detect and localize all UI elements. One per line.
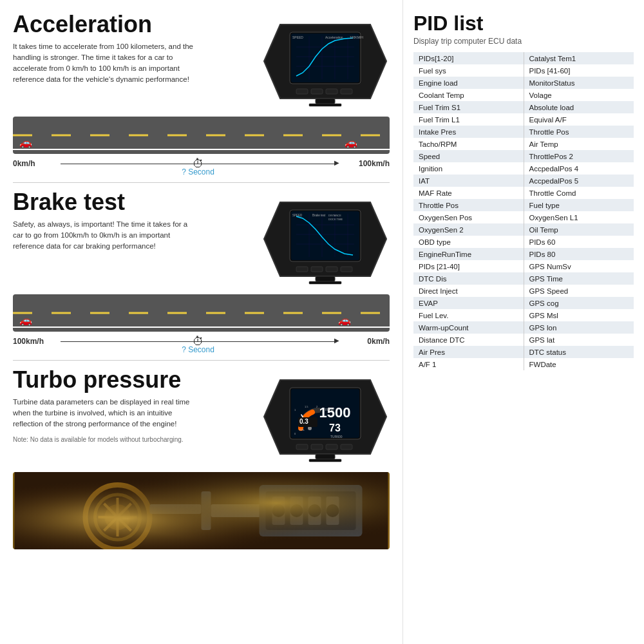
table-row: IgnitionAccpedalPos 4 — [413, 162, 634, 175]
brake-speed-end: 0km/h — [338, 337, 390, 346]
pid-cell-right: Throttle Pos — [524, 126, 634, 138]
pid-cell-right: Oil Temp — [524, 223, 634, 236]
brake-road: 🚗 🚗 — [13, 294, 390, 332]
svg-rect-36 — [341, 267, 352, 272]
table-row: SpeedThrottlePos 2 — [413, 150, 634, 162]
brake-text: Brake test Safety, as always, is importa… — [13, 189, 254, 258]
pid-cell-left: Speed — [413, 150, 524, 162]
pid-cell-left: A/F 1 — [413, 358, 524, 370]
table-row: Warm-upCountGPS lon — [413, 321, 634, 334]
pid-cell-right: Equival A/F — [524, 113, 634, 126]
pid-cell-left: Coolant Temp — [413, 89, 524, 101]
table-row: MAF RateThrottle Comd — [413, 187, 634, 199]
table-row: OxygenSen PosOxygenSen L1 — [413, 211, 634, 223]
pid-cell-right: AccpedalPos 4 — [524, 162, 634, 175]
speed-arrow: ⏱ ? Second — [61, 164, 336, 164]
pid-cell-left: PIDs [21-40] — [413, 260, 524, 272]
brake-speed-arrow: ⏱ ? Second — [61, 341, 336, 342]
pid-cell-right: MonitorStatus — [524, 77, 634, 89]
pid-cell-left: Tacho/RPM — [413, 138, 524, 150]
svg-rect-21 — [291, 211, 359, 260]
pid-cell-right: Absolute load — [524, 101, 634, 113]
left-column: Acceleration It takes time to accelerate… — [0, 0, 402, 644]
svg-text:73: 73 — [329, 422, 341, 433]
pid-cell-left: Warm-upCount — [413, 321, 524, 334]
pid-cell-left: OBD type — [413, 236, 524, 248]
brake-device: SPEED Brake test DISTANCE DOCK TIME — [261, 189, 390, 289]
turbo-desc: Turbine data parameters can be displayed… — [13, 397, 200, 430]
table-row: EVAPGPS cog — [413, 297, 634, 309]
svg-text:DOCK TIME: DOCK TIME — [328, 218, 343, 221]
table-row: PIDs [21-40]GPS NumSv — [413, 260, 634, 272]
pid-cell-left: Throttle Pos — [413, 199, 524, 211]
pid-cell-left: Fuel sys — [413, 64, 524, 77]
brake-title: Brake test — [13, 189, 254, 215]
pid-cell-left: DTC Dis — [413, 272, 524, 285]
pid-cell-left: Fuel Trim S1 — [413, 101, 524, 113]
acceleration-title: Acceleration — [13, 12, 254, 37]
pid-cell-right: GPS Time — [524, 272, 634, 285]
svg-rect-35 — [326, 267, 337, 272]
car-start: 🚗 — [19, 137, 32, 149]
speed-line-2: 100km/h ⏱ ? Second 0km/h — [13, 336, 390, 347]
svg-text:SPEED: SPEED — [292, 35, 303, 39]
pid-subtitle: Display trip computer ECU data — [413, 37, 634, 46]
pid-cell-left: Engine load — [413, 77, 524, 89]
svg-rect-34 — [311, 267, 323, 272]
table-row: Air PresDTC status — [413, 346, 634, 358]
pid-cell-left: Fuel Lev. — [413, 309, 524, 321]
svg-rect-15 — [326, 89, 337, 94]
acceleration-text: Acceleration It takes time to accelerate… — [13, 12, 254, 92]
svg-text:Brake test: Brake test — [312, 214, 326, 217]
svg-text:Acceleration: Acceleration — [325, 35, 343, 39]
brake-speed-start: 100km/h — [13, 337, 58, 346]
table-row: A/F 1FWDate — [413, 358, 634, 370]
pid-cell-left: Fuel Trim L1 — [413, 113, 524, 126]
table-row: Fuel sysPIDs [41-60] — [413, 64, 634, 77]
brake-speed-row: 100km/h ⏱ ? Second 0km/h — [13, 336, 390, 347]
pid-cell-right: Volage — [524, 89, 634, 101]
table-row: Fuel Trim S1Absolute load — [413, 101, 634, 113]
table-row: PIDs[1-20]Catalyst Tem1 — [413, 52, 634, 64]
svg-text:1500: 1500 — [319, 404, 351, 421]
pid-cell-left: Distance DTC — [413, 334, 524, 346]
pid-cell-right: Air Temp — [524, 138, 634, 150]
table-row: OxygenSen 2Oil Temp — [413, 223, 634, 236]
pid-cell-right: PIDs [41-60] — [524, 64, 634, 77]
svg-text:100KM/H: 100KM/H — [350, 35, 363, 39]
pid-cell-right: AccpedalPos 5 — [524, 175, 634, 187]
pid-cell-left: Ignition — [413, 162, 524, 175]
svg-rect-37 — [316, 276, 335, 281]
svg-rect-59 — [316, 454, 335, 459]
svg-rect-56 — [311, 444, 323, 450]
turbo-title: Turbo pressure — [13, 367, 254, 393]
svg-text:RPM: RPM — [325, 408, 334, 412]
pid-cell-right: GPS NumSv — [524, 260, 634, 272]
turbo-text: Turbo pressure Turbine data parameters c… — [13, 367, 254, 443]
brake-second: ? Second — [182, 345, 214, 354]
pid-cell-left: EVAP — [413, 297, 524, 309]
pid-cell-left: Intake Pres — [413, 126, 524, 138]
svg-rect-58 — [341, 444, 352, 450]
pid-cell-right: PIDs 80 — [524, 248, 634, 260]
pid-cell-right: OxygenSen L1 — [524, 211, 634, 223]
pid-cell-right: GPS lon — [524, 321, 634, 334]
pid-table: PIDs[1-20]Catalyst Tem1Fuel sysPIDs [41-… — [413, 52, 634, 370]
svg-text:KPa: KPa — [299, 428, 305, 431]
table-row: Distance DTCGPS lat — [413, 334, 634, 346]
table-row: Intake PresThrottle Pos — [413, 126, 634, 138]
pid-cell-left: OxygenSen 2 — [413, 223, 524, 236]
svg-text:TUR600: TUR600 — [330, 435, 343, 439]
svg-rect-33 — [296, 267, 308, 272]
pid-cell-right: GPS lat — [524, 334, 634, 346]
right-column: PID list Display trip computer ECU data … — [402, 0, 644, 644]
table-row: EngineRunTimePIDs 80 — [413, 248, 634, 260]
pid-cell-right: ThrottlePos 2 — [524, 150, 634, 162]
pid-cell-right: Throttle Comd — [524, 187, 634, 199]
pid-cell-right: FWDate — [524, 358, 634, 370]
pid-cell-right: GPS Msl — [524, 309, 634, 321]
brake-car-end: 🚗 — [338, 314, 351, 327]
table-row: DTC DisGPS Time — [413, 272, 634, 285]
svg-text:1.5: 1.5 — [305, 405, 308, 408]
turbo-section: Turbo pressure Turbine data parameters c… — [13, 367, 390, 467]
